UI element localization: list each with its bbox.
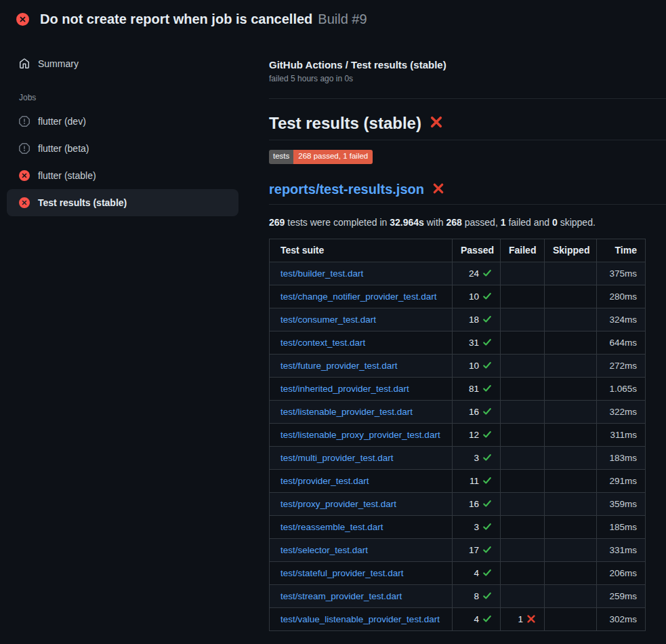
- table-row: test/change_notifier_provider_test.dart1…: [270, 285, 646, 308]
- run-header: Do not create report when job is cancell…: [0, 0, 666, 38]
- count-value: 16: [469, 407, 479, 417]
- test-suite-link[interactable]: test/multi_provider_test.dart: [280, 453, 394, 463]
- passed-cell: 3: [453, 446, 501, 469]
- summary-part: 32.964s: [390, 217, 424, 228]
- page-title: Do not create report when job is cancell…: [40, 12, 312, 27]
- failed-x-icon: [430, 114, 443, 133]
- count-value: 17: [469, 545, 479, 555]
- passed-cell: 4: [453, 561, 501, 584]
- stop-icon: [19, 116, 30, 127]
- sidebar-item-flutter-dev[interactable]: flutter (dev): [7, 108, 238, 135]
- skipped-cell: [545, 607, 597, 630]
- table-row: test/stream_provider_test.dart8259ms: [270, 584, 646, 607]
- passed-cell: 18: [453, 308, 501, 331]
- skipped-cell: [545, 538, 597, 561]
- test-suite-link[interactable]: test/value_listenable_provider_test.dart: [280, 614, 440, 624]
- summary-part: passed,: [462, 217, 501, 228]
- skipped-cell: [545, 331, 597, 354]
- failed-cell: [501, 538, 545, 561]
- skipped-cell: [545, 377, 597, 400]
- tests-badge-label: tests: [269, 150, 293, 164]
- skipped-cell: [545, 354, 597, 377]
- sidebar-item-label: Test results (stable): [38, 197, 127, 208]
- test-suite-link[interactable]: test/context_test.dart: [280, 338, 365, 348]
- table-row: test/context_test.dart31644ms: [270, 331, 646, 354]
- time-cell: 331ms: [597, 538, 646, 561]
- count-value: 18: [469, 315, 479, 325]
- sidebar-item-summary[interactable]: Summary: [7, 55, 238, 73]
- passed-cell: 16: [453, 492, 501, 515]
- suite-cell: test/builder_test.dart: [270, 262, 453, 285]
- passed-cell: 16: [453, 400, 501, 423]
- summary-part: skipped.: [558, 217, 596, 228]
- results-table-head: Test suitePassedFailedSkippedTime: [270, 239, 646, 262]
- test-suite-link[interactable]: test/consumer_test.dart: [280, 315, 376, 325]
- suite-cell: test/inherited_provider_test.dart: [270, 377, 453, 400]
- failed-cell: [501, 262, 545, 285]
- sidebar-item-label: flutter (beta): [38, 143, 89, 154]
- suite-cell: test/stream_provider_test.dart: [270, 584, 453, 607]
- home-icon: [19, 58, 30, 69]
- suite-cell: test/proxy_provider_test.dart: [270, 492, 453, 515]
- test-suite-link[interactable]: test/listenable_proxy_provider_test.dart: [280, 430, 440, 440]
- count-value: 1: [518, 614, 523, 624]
- passed-cell: 24: [453, 262, 501, 285]
- check-icon: [479, 291, 492, 302]
- tests-badge: tests 268 passed, 1 failed: [269, 150, 373, 164]
- test-suite-link[interactable]: test/provider_test.dart: [280, 476, 369, 486]
- sidebar-item-flutter-stable[interactable]: flutter (stable): [7, 162, 238, 189]
- skipped-cell: [545, 469, 597, 492]
- time-cell: 185ms: [597, 515, 646, 538]
- run-meta: failed 5 hours ago in 0s: [269, 74, 666, 83]
- test-suite-link[interactable]: test/listenable_provider_test.dart: [280, 407, 413, 417]
- x-circle-icon: [16, 13, 29, 26]
- count-value: 3: [474, 453, 479, 463]
- sidebar-item-label: flutter (dev): [38, 116, 86, 127]
- skipped-cell: [545, 400, 597, 423]
- test-suite-link[interactable]: test/builder_test.dart: [280, 268, 363, 279]
- time-cell: 302ms: [597, 607, 646, 630]
- time-cell: 359ms: [597, 492, 646, 515]
- table-row: test/reassemble_test.dart3185ms: [270, 515, 646, 538]
- test-suite-link[interactable]: test/selector_test.dart: [280, 545, 368, 555]
- failed-x-icon: [432, 182, 444, 197]
- failed-cell: [501, 331, 545, 354]
- report-title-text: Test results (stable): [269, 114, 421, 133]
- time-cell: 311ms: [597, 423, 646, 446]
- test-suite-link[interactable]: test/stream_provider_test.dart: [280, 591, 402, 601]
- report-file-link[interactable]: reports/test-results.json: [269, 182, 424, 197]
- test-suite-link[interactable]: test/stateful_provider_test.dart: [280, 568, 404, 578]
- time-cell: 259ms: [597, 584, 646, 607]
- skipped-cell: [545, 423, 597, 446]
- summary-part: failed and: [506, 217, 553, 228]
- table-row: test/future_provider_test.dart10272ms: [270, 354, 646, 377]
- test-suite-link[interactable]: test/proxy_provider_test.dart: [280, 499, 396, 509]
- x-circle-icon: [19, 170, 30, 181]
- check-icon: [479, 338, 492, 348]
- test-suite-link[interactable]: test/change_notifier_provider_test.dart: [280, 291, 436, 302]
- skipped-cell: [545, 515, 597, 538]
- failed-cell: [501, 561, 545, 584]
- test-suite-link[interactable]: test/reassemble_test.dart: [280, 522, 383, 532]
- sidebar-item-flutter-beta[interactable]: flutter (beta): [7, 135, 238, 162]
- time-cell: 291ms: [597, 469, 646, 492]
- check-icon: [479, 476, 492, 486]
- table-row: test/stateful_provider_test.dart4206ms: [270, 561, 646, 584]
- time-cell: 375ms: [597, 262, 646, 285]
- table-row: test/consumer_test.dart18324ms: [270, 308, 646, 331]
- time-cell: 644ms: [597, 331, 646, 354]
- test-suite-link[interactable]: test/future_provider_test.dart: [280, 361, 398, 371]
- check-icon: [479, 361, 492, 371]
- passed-cell: 17: [453, 538, 501, 561]
- table-row: test/builder_test.dart24375ms: [270, 262, 646, 285]
- suite-cell: test/consumer_test.dart: [270, 308, 453, 331]
- table-row: test/value_listenable_provider_test.dart…: [270, 607, 646, 630]
- skipped-cell: [545, 446, 597, 469]
- test-suite-link[interactable]: test/inherited_provider_test.dart: [280, 384, 409, 394]
- suite-cell: test/multi_provider_test.dart: [270, 446, 453, 469]
- sidebar-item-test-results-stable[interactable]: Test results (stable): [7, 189, 238, 216]
- table-row: test/proxy_provider_test.dart16359ms: [270, 492, 646, 515]
- count-value: 31: [469, 338, 479, 348]
- failed-cell: [501, 423, 545, 446]
- count-value: 11: [470, 476, 479, 486]
